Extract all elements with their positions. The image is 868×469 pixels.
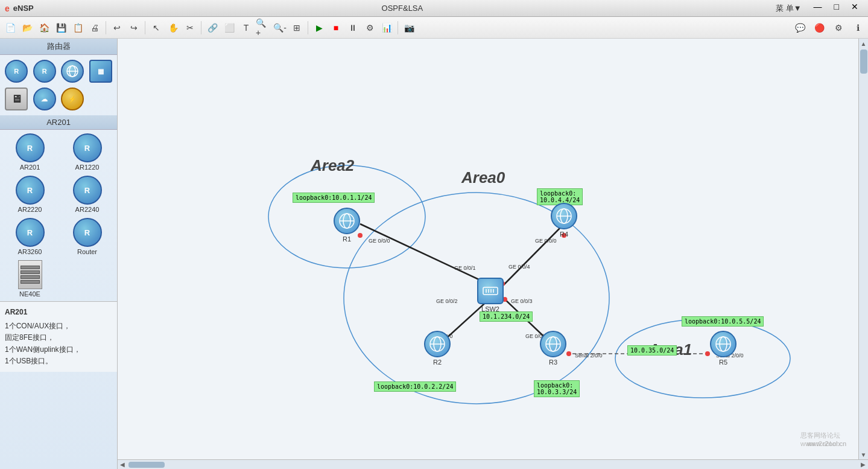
- minimize-button[interactable]: —: [809, 2, 827, 15]
- menu-button[interactable]: 菜 单▼: [771, 2, 806, 15]
- desc-panel: AR201 1个CON/AUX接口，固定8FE接口，1个WAN侧uplink接口…: [0, 301, 117, 372]
- ar201-label: AR201: [20, 164, 40, 171]
- router-item[interactable]: R Router: [61, 218, 113, 255]
- desc-title: AR201: [5, 307, 112, 318]
- canvas-area[interactable]: Area2 Area0 Area1 loopback0:10.0.1.1/24 …: [118, 39, 858, 459]
- ne40e-item[interactable]: NE40E: [4, 260, 56, 298]
- node-lsw2[interactable]: LSW2: [477, 278, 504, 313]
- undo-button[interactable]: ↩: [109, 20, 125, 36]
- screenshot-button[interactable]: 📷: [401, 20, 417, 36]
- monitor-button[interactable]: 📊: [379, 20, 394, 36]
- node-r4[interactable]: R4: [551, 203, 577, 238]
- ar-device-grid: R AR201 R AR1220 R AR2220 R AR2240 R AR3…: [0, 130, 117, 301]
- pan-button[interactable]: ✋: [165, 20, 181, 36]
- save-button[interactable]: 💾: [53, 20, 69, 36]
- scroll-right[interactable]: ▶: [858, 460, 868, 470]
- left-panel: 路由器 R R ▦ 🖥 ☁ ⚡: [0, 39, 118, 469]
- ar3260-item[interactable]: R AR3260: [4, 218, 56, 255]
- scroll-down[interactable]: ▼: [859, 450, 869, 459]
- svg-point-5: [615, 319, 790, 398]
- ar1220-icon: R: [73, 133, 102, 162]
- huawei-icon[interactable]: 🔴: [811, 20, 827, 36]
- connect-button[interactable]: 🔗: [204, 20, 220, 36]
- text-button[interactable]: T: [238, 20, 254, 36]
- window-controls[interactable]: 菜 单▼ — □ ✕: [771, 2, 863, 15]
- router-icon: R: [73, 218, 102, 247]
- if-label-lsw-ge2: GE 0/0/2: [436, 298, 458, 304]
- select-button[interactable]: ↖: [148, 20, 164, 36]
- sep1: [106, 21, 106, 34]
- svg-point-20: [705, 351, 710, 356]
- device-icon-2[interactable]: R: [32, 59, 58, 84]
- start-button[interactable]: ▶: [311, 20, 327, 36]
- node-r2[interactable]: R2: [424, 331, 451, 366]
- ar2240-item[interactable]: R AR2240: [61, 176, 113, 213]
- device-img-1: R: [5, 60, 28, 83]
- window-title: OSPF&LSA: [382, 4, 423, 13]
- device-icon-3[interactable]: [60, 59, 86, 84]
- ip-label-r2: loopback0:10.0.2.2/24: [374, 381, 456, 392]
- node-r5[interactable]: R5: [710, 331, 737, 366]
- node-r1[interactable]: R1: [334, 208, 360, 243]
- print-button[interactable]: 🖨: [87, 20, 103, 36]
- device-icon-1[interactable]: R: [4, 59, 30, 84]
- config-button[interactable]: ⚙: [362, 20, 378, 36]
- main-layout: 路由器 R R ▦ 🖥 ☁ ⚡: [0, 39, 868, 469]
- home-button[interactable]: 🏠: [36, 20, 52, 36]
- scroll-thumb-v[interactable]: [860, 49, 867, 74]
- lsw2-icon: [477, 278, 504, 304]
- scroll-thumb-h[interactable]: [128, 462, 165, 468]
- svg-rect-24: [483, 287, 498, 295]
- chat-icon[interactable]: 💬: [792, 20, 808, 36]
- device-icon-6[interactable]: ☁: [32, 86, 58, 112]
- ar2220-item[interactable]: R AR2220: [4, 176, 56, 213]
- delete-button[interactable]: ✂: [182, 20, 198, 36]
- ar201-icon: R: [16, 133, 45, 162]
- r5-icon: [710, 331, 737, 357]
- router-label: Router: [77, 248, 97, 255]
- right-icons: 💬 🔴 ⚙ ℹ: [792, 20, 866, 36]
- if-label-lsw-ge3: GE 0/0/3: [511, 298, 533, 304]
- ne40e-icon: [18, 260, 42, 289]
- r2-icon: [424, 331, 451, 357]
- node-r3[interactable]: R3: [540, 331, 566, 366]
- device-img-5: 🖥: [5, 88, 28, 110]
- device-icon-7[interactable]: ⚡: [60, 86, 86, 112]
- open-button[interactable]: 📂: [19, 20, 35, 36]
- settings-icon[interactable]: ⚙: [831, 20, 846, 36]
- save-as-button[interactable]: 📋: [70, 20, 86, 36]
- r4-icon: [551, 203, 577, 229]
- stop-button[interactable]: ■: [328, 20, 344, 36]
- new-button[interactable]: 📄: [2, 20, 18, 36]
- right-scrollbar[interactable]: ▲ ▼: [858, 39, 868, 459]
- r1-icon: [334, 208, 360, 234]
- area-button[interactable]: ⬜: [221, 20, 237, 36]
- if-label-r1-ge: GE 0/0/0: [369, 238, 390, 244]
- zoom-in-button[interactable]: 🔍+: [255, 20, 271, 36]
- redo-button[interactable]: ↪: [126, 20, 142, 36]
- device-img-3: [61, 60, 84, 83]
- scroll-left[interactable]: ◀: [118, 460, 127, 470]
- device-icon-5[interactable]: 🖥: [4, 86, 30, 112]
- ar201-item[interactable]: R AR201: [4, 133, 56, 171]
- bottom-watermark: 思客网络论坛www.r2ool.cn: [800, 431, 840, 447]
- if-label-r4-ge: GE 0/0/0: [535, 238, 557, 244]
- restore-button[interactable]: □: [829, 2, 844, 15]
- ar2220-label: AR2220: [18, 206, 42, 213]
- zoom-out-button[interactable]: 🔍-: [272, 20, 288, 36]
- svg-point-19: [566, 351, 571, 356]
- desc-text: 1个CON/AUX接口，固定8FE接口，1个WAN侧uplink接口，1个USB…: [5, 321, 112, 367]
- area2-label: Area2: [311, 156, 354, 175]
- fit-button[interactable]: ⊞: [289, 20, 305, 36]
- app-name: eNSP: [13, 4, 34, 13]
- pause-button[interactable]: ⏸: [345, 20, 361, 36]
- ip-label-r1: loopback0:10.0.1.1/24: [293, 193, 375, 203]
- close-button[interactable]: ✕: [846, 2, 863, 15]
- scroll-up[interactable]: ▲: [859, 39, 869, 48]
- info-icon[interactable]: ℹ: [850, 20, 866, 36]
- device-icon-4[interactable]: ▦: [88, 59, 114, 84]
- ar3260-label: AR3260: [18, 248, 42, 255]
- if-label-lsw-ge1: GE 0/0/1: [454, 265, 476, 271]
- ar1220-item[interactable]: R AR1220: [61, 133, 113, 171]
- bottom-scrollbar[interactable]: ◀ ▶: [118, 459, 868, 469]
